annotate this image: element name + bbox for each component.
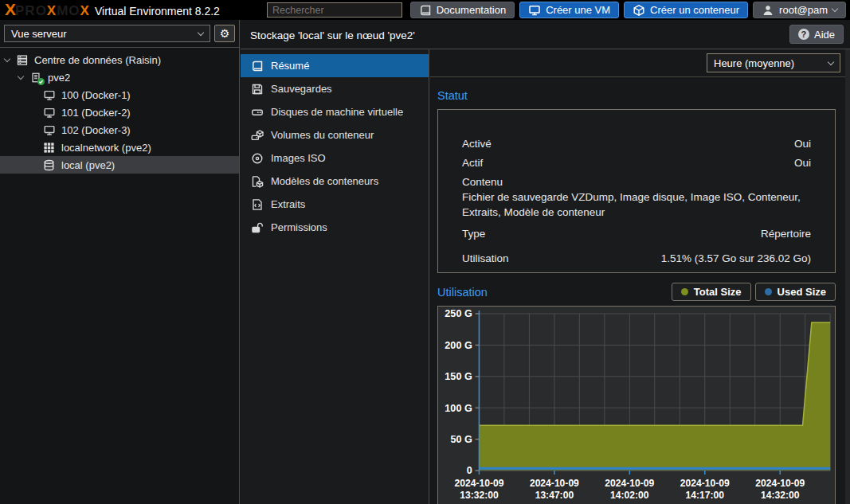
x-tick-label: 2024-10-0914:32:00	[755, 478, 805, 501]
proxmox-logo: X PROXMOX Virtual Environment 8.2.2	[5, 1, 220, 19]
main-scroll-area: Statut Activé Oui Actif Oui Contenu Fich…	[430, 78, 845, 504]
usage-panel-header: Utilisation Total Size Used Size	[437, 283, 836, 301]
snippet-icon	[251, 198, 264, 211]
chart-background	[438, 307, 835, 504]
y-tick-label: 250 G	[445, 307, 472, 319]
volume-cube-icon	[251, 129, 264, 142]
x-tick-label: 2024-10-0914:17:00	[680, 478, 730, 501]
x-tick-label: 2024-10-0913:32:00	[454, 478, 503, 501]
search-input[interactable]	[267, 2, 402, 18]
create-vm-button[interactable]: Créer une VM	[519, 2, 619, 18]
book-icon	[251, 60, 264, 72]
proxmox-logo-word: PROXMOX	[15, 3, 90, 19]
tree-item-local-storage[interactable]: local (pve2)	[0, 156, 239, 174]
content-header: Stockage 'local' sur le nœud 'pve2' ? Ai…	[241, 20, 850, 49]
user-menu-button[interactable]: root@pam	[753, 2, 846, 18]
view-select[interactable]: Vue serveur	[4, 25, 210, 42]
storage-icon	[42, 158, 56, 171]
vm-icon	[42, 88, 56, 101]
menu-item-snippets[interactable]: Extraits	[241, 193, 429, 216]
usage-chart-svg: 250 G200 G150 G100 G50 G02024-10-0913:32…	[438, 307, 835, 504]
question-icon: ?	[798, 29, 809, 40]
x-tick-label: 2024-10-0913:47:00	[530, 478, 579, 501]
y-tick-label: 50 G	[450, 433, 472, 445]
chevron-down-icon	[832, 6, 838, 12]
status-online-icon	[37, 78, 45, 85]
chevron-down-icon	[198, 29, 204, 35]
legend-used-size[interactable]: Used Size	[755, 283, 836, 301]
legend-total-size[interactable]: Total Size	[672, 283, 751, 301]
vm-icon	[42, 106, 56, 119]
status-row-active: Actif Oui	[462, 154, 811, 173]
chevron-down-icon	[828, 58, 834, 64]
resource-tree: Centre de données (Raisin) pve2 100 (Doc…	[0, 47, 239, 174]
chart-legend: Total Size Used Size	[672, 283, 836, 301]
scrollbar-track[interactable]	[845, 49, 850, 504]
tree-item-vm-101[interactable]: 101 (Docker-2)	[0, 104, 239, 121]
tree-item-localnetwork[interactable]: localnetwork (pve2)	[0, 139, 239, 156]
menu-item-summary[interactable]: Résumé	[241, 54, 429, 77]
topbar-actions: Documentation Créer une VM Créer un cont…	[410, 2, 846, 18]
view-selector-row: Vue serveur ⚙	[0, 20, 239, 47]
status-row-usage: Utilisation 1.51% (3.57 Go sur 236.02 Go…	[462, 249, 811, 268]
proxmox-logo-icon: X	[5, 1, 15, 18]
menu-item-ct-volumes[interactable]: Volumes du conteneur	[241, 123, 429, 147]
y-tick-label: 100 G	[445, 402, 472, 414]
menu-item-permissions[interactable]: Permissions	[241, 216, 429, 239]
sidebar: Vue serveur ⚙ Centre de données (Raisin)…	[0, 20, 240, 504]
expand-caret-icon[interactable]	[18, 72, 24, 79]
tree-settings-button[interactable]: ⚙	[214, 25, 235, 42]
y-tick-label: 0	[467, 464, 472, 476]
expand-caret-icon[interactable]	[4, 55, 10, 61]
y-tick-label: 150 G	[445, 370, 472, 382]
file-cube-icon	[251, 175, 264, 188]
unlock-icon	[251, 221, 264, 234]
usage-chart[interactable]: 250 G200 G150 G100 G50 G02024-10-0913:32…	[437, 306, 836, 504]
tree-item-pve2[interactable]: pve2	[0, 68, 239, 86]
monitor-icon	[528, 4, 541, 17]
tree-item-datacenter[interactable]: Centre de données (Raisin)	[0, 51, 239, 68]
page-title: Stockage 'local' sur le nœud 'pve2'	[250, 29, 415, 41]
storage-menu: Résumé Sauvegardes Disques de machine vi…	[241, 49, 429, 504]
create-container-button[interactable]: Créer un conteneur	[624, 2, 748, 18]
floppy-icon	[251, 83, 264, 96]
status-panel: Activé Oui Actif Oui Contenu Fichier de …	[437, 109, 836, 273]
top-bar: X PROXMOX Virtual Environment 8.2.2 Docu…	[0, 0, 850, 20]
main-panel: Heure (moyenne) Statut Activé Oui Actif …	[430, 49, 850, 504]
vm-icon	[42, 123, 56, 136]
documentation-button[interactable]: Documentation	[410, 2, 515, 18]
content-region: Stockage 'local' sur le nœud 'pve2' ? Ai…	[241, 20, 850, 504]
menu-item-iso-images[interactable]: Images ISO	[241, 147, 429, 170]
time-range-select[interactable]: Heure (moyenne)	[707, 53, 840, 72]
cube-icon	[633, 4, 645, 17]
menu-item-backups[interactable]: Sauvegardes	[241, 77, 429, 100]
help-button[interactable]: ? Aide	[789, 25, 844, 44]
disc-icon	[251, 152, 264, 165]
tree-item-vm-100[interactable]: 100 (Docker-1)	[0, 86, 239, 104]
proxmox-app: X PROXMOX Virtual Environment 8.2.2 Docu…	[0, 0, 850, 504]
version-label: Virtual Environment 8.2.2	[95, 5, 220, 18]
book-icon	[419, 4, 432, 17]
usage-panel-title: Utilisation	[437, 286, 488, 299]
menu-item-vm-disks[interactable]: Disques de machine virtuelle	[241, 100, 429, 123]
status-row-type: Type Répertoire	[462, 225, 811, 244]
tree-item-vm-102[interactable]: 102 (Docker-3)	[0, 121, 239, 139]
total-size-dot-icon	[681, 288, 688, 295]
status-row-enabled: Activé Oui	[462, 135, 811, 154]
x-tick-label: 2024-10-0914:02:00	[605, 478, 654, 501]
main-toolbar: Heure (moyenne)	[430, 49, 850, 77]
user-icon	[762, 4, 774, 17]
used-size-dot-icon	[765, 288, 772, 295]
datacenter-icon	[15, 53, 29, 66]
menu-item-ct-templates[interactable]: Modèles de conteneurs	[241, 170, 429, 193]
gear-icon: ⚙	[220, 27, 230, 40]
y-tick-label: 200 G	[445, 339, 472, 351]
status-row-content: Contenu Fichier de sauvegarde VZDump, Im…	[462, 174, 811, 220]
status-panel-title: Statut	[437, 89, 845, 102]
network-icon	[42, 141, 56, 154]
hdd-icon	[251, 106, 264, 119]
node-icon	[29, 71, 42, 84]
